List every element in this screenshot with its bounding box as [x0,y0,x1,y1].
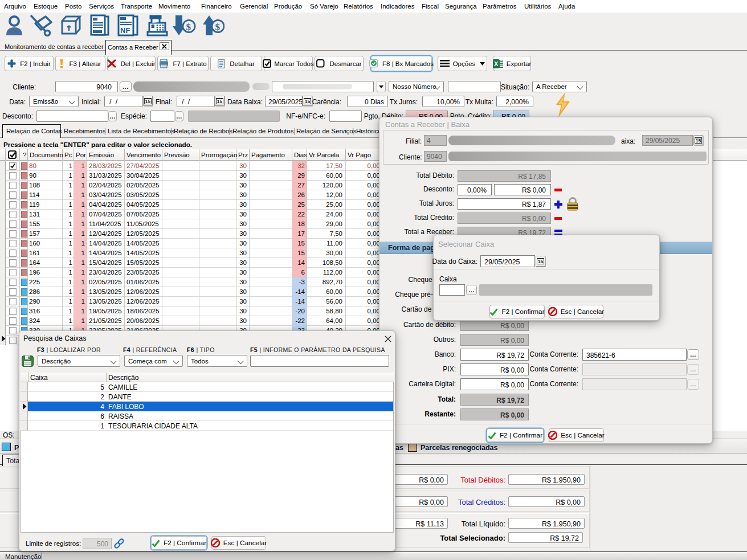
svg-text:$: $ [215,22,221,32]
svg-text:$: $ [186,22,191,32]
svg-text:$: $ [151,24,153,29]
svg-text:X: X [494,60,499,67]
svg-text:NF: NF [120,26,130,35]
